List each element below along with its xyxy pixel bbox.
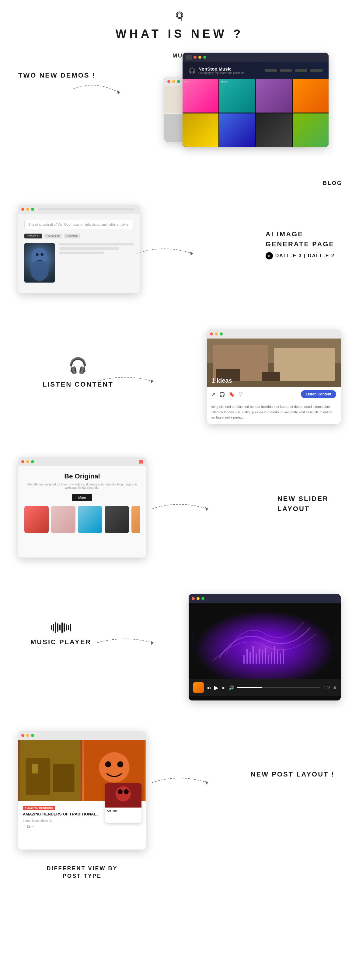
slider-device: Be Original Kleg theme designed for love… bbox=[18, 457, 146, 557]
heart-icon: ♡ bbox=[239, 391, 243, 397]
ai-tag-generate[interactable]: Generate bbox=[64, 234, 80, 239]
svg-point-38 bbox=[105, 761, 111, 767]
listen-content: 1 ideas ↗ 🎧 🔖 ♡ Listen Content icing eli… bbox=[207, 339, 341, 424]
dot-yellow bbox=[172, 80, 175, 83]
music-cell-8 bbox=[293, 113, 329, 147]
next-btn[interactable]: ⏭ bbox=[222, 685, 226, 690]
svg-rect-25 bbox=[265, 647, 266, 664]
svg-rect-21 bbox=[252, 646, 254, 664]
arrow-player bbox=[94, 633, 155, 652]
svg-rect-12 bbox=[274, 348, 335, 381]
svg-rect-24 bbox=[262, 650, 263, 664]
section-slider: Be Original Kleg theme designed for love… bbox=[0, 448, 359, 582]
post-content: AMAZING RENDERS AMAZING RENDERS OF TRADI… bbox=[18, 740, 146, 850]
page-header: 5 WHAT IS NEW ? bbox=[0, 0, 359, 46]
dalle-icon: ⊙ bbox=[266, 252, 273, 259]
psc-info: Art Post bbox=[105, 808, 142, 814]
player-time: -1:25 bbox=[323, 686, 330, 689]
eq-icon[interactable]: ≡ bbox=[333, 685, 336, 690]
post-badge: AMAZING RENDERS bbox=[23, 806, 55, 810]
svg-marker-8 bbox=[151, 379, 154, 383]
player-ctrl-icons: ⏮ ▶ ⏭ 🔊 bbox=[207, 684, 234, 691]
ai-tag-presets1[interactable]: Presets #1 bbox=[24, 234, 42, 239]
music-cell-1: Pop bbox=[182, 79, 219, 113]
svg-rect-23 bbox=[258, 649, 260, 664]
play-pause-btn[interactable]: ▶ bbox=[214, 684, 219, 691]
post-meta-icons: ♡ 💬 ↗ bbox=[23, 825, 142, 828]
svg-rect-33 bbox=[26, 758, 50, 795]
listen-device-bar bbox=[207, 329, 341, 339]
dot-y bbox=[26, 208, 29, 211]
slider-more-btn[interactable]: More bbox=[72, 494, 92, 501]
listen-body-text: icing elit, sed do eiusmod tempor incidi… bbox=[207, 401, 341, 423]
version-badge: 5 bbox=[174, 9, 185, 21]
portrait-face bbox=[24, 243, 55, 283]
music-grid: Pop Jazz bbox=[182, 79, 329, 147]
svg-point-5 bbox=[36, 253, 38, 256]
svg-rect-28 bbox=[274, 646, 275, 664]
d-g bbox=[220, 332, 223, 336]
slider-card-5 bbox=[131, 506, 140, 533]
volume-btn[interactable]: 🔊 bbox=[229, 685, 234, 690]
svg-marker-16 bbox=[151, 641, 154, 645]
sidebar-mini bbox=[185, 55, 191, 60]
slider-content: Be Original Kleg theme designed for love… bbox=[18, 466, 146, 557]
slider-card-2 bbox=[51, 506, 75, 533]
svg-rect-26 bbox=[268, 655, 269, 664]
svg-rect-27 bbox=[271, 652, 272, 664]
svg-point-4 bbox=[30, 260, 49, 281]
svg-point-37 bbox=[99, 752, 129, 783]
slider-cards bbox=[24, 506, 140, 533]
post-icon-3: ↗ bbox=[32, 825, 34, 828]
slider-title: Be Original bbox=[24, 473, 140, 480]
section-post: AMAZING RENDERS AMAZING RENDERS OF TRADI… bbox=[0, 722, 359, 892]
dot-yellow2 bbox=[198, 56, 201, 59]
slider-card-4 bbox=[105, 506, 129, 533]
music-nav bbox=[265, 69, 322, 72]
post-info: AMAZING RENDERS AMAZING RENDERS OF TRADI… bbox=[18, 801, 146, 832]
listen-content-btn[interactable]: Listen Content bbox=[301, 390, 336, 398]
ai-portrait bbox=[24, 243, 55, 283]
psc-title: Art Post bbox=[107, 809, 140, 812]
svg-point-42 bbox=[118, 789, 123, 794]
blog-demo-label: BLOG bbox=[323, 180, 342, 186]
ai-image-area bbox=[24, 243, 134, 283]
ai-device: Stunning portrait of Van Gogh, starry ni… bbox=[18, 205, 140, 293]
post-device-frame: AMAZING RENDERS AMAZING RENDERS OF TRADI… bbox=[18, 731, 146, 850]
listen-device: 1 ideas ↗ 🎧 🔖 ♡ Listen Content icing eli… bbox=[207, 329, 341, 424]
po-g bbox=[31, 734, 34, 737]
dot-g bbox=[31, 208, 34, 211]
listen-actions: ↗ 🎧 🔖 ♡ Listen Content bbox=[207, 387, 341, 401]
arrow-listen bbox=[94, 372, 155, 390]
music-cell-6 bbox=[219, 113, 255, 147]
d-r bbox=[210, 332, 213, 336]
svg-rect-35 bbox=[53, 764, 75, 792]
arrow-slider bbox=[149, 497, 210, 521]
progress-bar[interactable] bbox=[237, 687, 320, 688]
post-device-bar bbox=[18, 731, 146, 740]
music-header: 🎧 NonStop Music Discography, top charts … bbox=[182, 62, 329, 79]
po-y bbox=[26, 734, 29, 737]
svg-rect-34 bbox=[32, 764, 38, 773]
svg-marker-2 bbox=[117, 90, 120, 94]
svg-marker-7 bbox=[190, 251, 193, 256]
p-r bbox=[191, 597, 195, 600]
p-y bbox=[196, 597, 199, 600]
bookmark-icon: 🔖 bbox=[229, 391, 235, 397]
player-device-frame: ⏮ ▶ ⏭ 🔊 -1:25 ≡ bbox=[188, 594, 341, 700]
slider-subtitle: Kleg theme designed for love. Buy today … bbox=[24, 483, 140, 489]
svg-rect-30 bbox=[280, 653, 281, 664]
dot-green2 bbox=[203, 56, 206, 59]
ai-tag-presets2[interactable]: Presets #2 bbox=[44, 234, 62, 239]
prev-btn[interactable]: ⏮ bbox=[207, 685, 211, 690]
music-cell-2: Jazz bbox=[219, 79, 255, 113]
page-title: WHAT IS NEW ? bbox=[0, 27, 359, 40]
po-r bbox=[21, 734, 24, 737]
svg-point-6 bbox=[40, 253, 43, 256]
svg-rect-20 bbox=[249, 652, 251, 664]
ai-search-bar[interactable]: Stunning portrait of Van Gogh, starry ni… bbox=[24, 220, 134, 229]
svg-rect-29 bbox=[277, 650, 278, 664]
dot-r bbox=[21, 208, 24, 211]
headphone-action-icon: 🎧 bbox=[219, 391, 225, 397]
player-device: ⏮ ▶ ⏭ 🔊 -1:25 ≡ bbox=[188, 594, 341, 700]
